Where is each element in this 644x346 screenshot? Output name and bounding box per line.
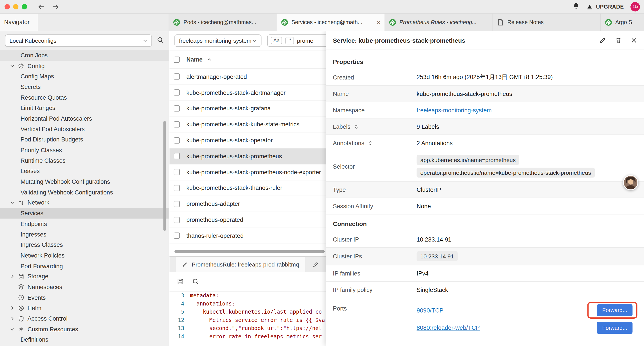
chevron-down-icon[interactable] bbox=[10, 327, 15, 332]
sidebar-item-horizontal-pod-autoscalers[interactable]: Horizontal Pod Autoscalers bbox=[0, 113, 169, 124]
kubeconfig-select[interactable]: Local Kubeconfigs bbox=[5, 34, 152, 47]
sidebar-item-cron-jobs[interactable]: Cron Jobs bbox=[0, 50, 169, 60]
sidebar-item-network[interactable]: Network bbox=[0, 198, 169, 208]
chevron-down-icon[interactable] bbox=[10, 200, 15, 205]
row-checkbox[interactable] bbox=[174, 201, 180, 207]
regex-toggle[interactable]: .* bbox=[286, 37, 294, 44]
sidebar-item-namespaces[interactable]: Namespaces bbox=[0, 282, 169, 292]
detail-row-annotations: Annotations 2 Annotations bbox=[326, 135, 644, 151]
expand-collapse-icon[interactable] bbox=[354, 124, 358, 129]
sidebar-item-secrets[interactable]: Secrets bbox=[0, 82, 169, 92]
row-checkbox[interactable] bbox=[174, 217, 180, 223]
select-all-checkbox[interactable] bbox=[174, 56, 180, 62]
sidebar-item-mutating-webhook-configurations[interactable]: Mutating Webhook Configurations bbox=[0, 177, 169, 187]
editor-tab-prometheusrule[interactable]: PrometheusRule: freeleaps-prod-rabbitmq bbox=[176, 257, 306, 272]
tab-pods[interactable]: Pods - icecheng@mathmas... bbox=[169, 13, 277, 31]
sidebar-item-leases[interactable]: Leases bbox=[0, 166, 169, 177]
edit-pencil-icon[interactable] bbox=[599, 37, 606, 44]
forward-button[interactable]: Forward... bbox=[597, 304, 632, 316]
sidebar-item-custom-resources[interactable]: Custom Resources bbox=[0, 324, 169, 335]
events-clock-icon bbox=[18, 295, 24, 301]
line-number: 5 bbox=[170, 308, 190, 316]
back-arrow-icon[interactable] bbox=[38, 3, 45, 10]
sidebar-item-pod-disruption-budgets[interactable]: Pod Disruption Budgets bbox=[0, 134, 169, 145]
row-checkbox[interactable] bbox=[174, 105, 180, 111]
sidebar-item-resource-quotas[interactable]: Resource Quotas bbox=[0, 92, 169, 103]
sort-ascending-icon[interactable] bbox=[207, 57, 212, 62]
tab-release-notes[interactable]: Release Notes bbox=[493, 13, 601, 31]
sidebar-item-vertical-pod-autoscalers[interactable]: Vertical Pod Autoscalers bbox=[0, 124, 169, 134]
sidebar-item-ingress-classes[interactable]: Ingress Classes bbox=[0, 240, 169, 250]
editor-tab-partial[interactable] bbox=[309, 257, 323, 272]
row-checkbox[interactable] bbox=[174, 90, 180, 96]
chevron-right-icon[interactable] bbox=[10, 316, 15, 321]
forward-button[interactable]: Forward... bbox=[597, 322, 632, 334]
name-column-header[interactable]: Name bbox=[186, 56, 202, 63]
connection-heading: Connection bbox=[326, 214, 644, 231]
detail-row-ip-families: IP families IPv4 bbox=[326, 265, 644, 282]
sidebar-item-definitions[interactable]: Definitions bbox=[0, 335, 169, 345]
navigator-title: Navigator bbox=[0, 13, 38, 31]
user-avatar[interactable] bbox=[623, 175, 638, 190]
sidebar-item-helm[interactable]: Helm bbox=[0, 303, 169, 313]
sidebar-item-endpoints[interactable]: Endpoints bbox=[0, 219, 169, 229]
save-icon[interactable] bbox=[177, 278, 184, 285]
horizontal-scrollbar[interactable] bbox=[174, 250, 325, 253]
search-icon[interactable] bbox=[192, 278, 199, 285]
port-link[interactable]: 8080:reloader-web/TCP bbox=[417, 324, 480, 331]
kubernetes-cluster-icon bbox=[173, 19, 180, 26]
asterisk-icon bbox=[18, 326, 24, 332]
sidebar-item-config[interactable]: Config bbox=[0, 61, 169, 71]
namespace-link[interactable]: freeleaps-monitoring-system bbox=[417, 107, 492, 113]
close-icon[interactable] bbox=[630, 37, 638, 44]
navigator-header: Navigator bbox=[0, 13, 169, 31]
sidebar-item-access-control[interactable]: Access Control bbox=[0, 313, 169, 324]
upgrade-icon bbox=[586, 3, 593, 10]
sidebar-item-events[interactable]: Events bbox=[0, 292, 169, 303]
helm-wheel-icon bbox=[18, 305, 24, 311]
port-link[interactable]: 9090/TCP bbox=[417, 307, 444, 314]
match-case-toggle[interactable]: Aa bbox=[271, 37, 282, 44]
drawer-header: Service: kube-prometheus-stack-prometheu… bbox=[326, 31, 644, 50]
chevron-right-icon[interactable] bbox=[10, 306, 15, 311]
sidebar-item-ingresses[interactable]: Ingresses bbox=[0, 229, 169, 240]
tab-services[interactable]: Services - icecheng@math... × bbox=[277, 13, 385, 31]
tab-argo[interactable]: Argo S bbox=[601, 13, 644, 31]
row-checkbox[interactable] bbox=[174, 185, 180, 191]
maximize-window-button[interactable] bbox=[22, 4, 27, 9]
properties-heading: Properties bbox=[326, 52, 644, 69]
row-checkbox[interactable] bbox=[174, 74, 180, 80]
delete-trash-icon[interactable] bbox=[615, 37, 622, 44]
row-checkbox[interactable] bbox=[174, 121, 180, 127]
chevron-right-icon[interactable] bbox=[10, 274, 15, 279]
forward-arrow-icon[interactable] bbox=[52, 3, 59, 10]
close-window-button[interactable] bbox=[4, 4, 10, 9]
minimize-window-button[interactable] bbox=[13, 4, 18, 9]
detail-row-ports: Ports 9090/TCP Forward... 8080:reloader-… bbox=[326, 298, 644, 340]
row-checkbox[interactable] bbox=[174, 233, 180, 239]
chevron-down-icon[interactable] bbox=[10, 63, 15, 68]
sidebar-item-network-policies[interactable]: Network Policies bbox=[0, 250, 169, 261]
sidebar-item-services[interactable]: Services bbox=[0, 208, 169, 219]
sidebar-item-config-maps[interactable]: Config Maps bbox=[0, 71, 169, 82]
sidebar-item-storage[interactable]: Storage bbox=[0, 271, 169, 282]
detail-row-cluster-ips: Cluster IPs 10.233.14.91 bbox=[326, 248, 644, 265]
tab-prometheus-rules[interactable]: Prometheus Rules - icecheng... bbox=[385, 13, 493, 31]
sidebar-search-button[interactable] bbox=[157, 36, 164, 45]
sidebar-item-port-forwarding[interactable]: Port Forwarding bbox=[0, 261, 169, 271]
tab-close-icon[interactable]: × bbox=[377, 19, 380, 25]
row-checkbox[interactable] bbox=[174, 169, 180, 175]
notification-count-badge[interactable]: 15 bbox=[630, 2, 640, 11]
row-checkbox[interactable] bbox=[174, 153, 180, 159]
notifications-button[interactable] bbox=[573, 2, 580, 10]
sidebar-scrollbar[interactable] bbox=[163, 121, 166, 231]
expand-collapse-icon[interactable] bbox=[368, 140, 372, 145]
namespace-select[interactable]: freeleaps-monitoring-system bbox=[174, 34, 262, 47]
row-checkbox[interactable] bbox=[174, 137, 180, 143]
sidebar-item-validating-webhook-configurations[interactable]: Validating Webhook Configurations bbox=[0, 187, 169, 198]
sidebar-item-limit-ranges[interactable]: Limit Ranges bbox=[0, 103, 169, 113]
sidebar-item-runtime-classes[interactable]: Runtime Classes bbox=[0, 155, 169, 166]
sidebar-item-priority-classes[interactable]: Priority Classes bbox=[0, 145, 169, 155]
detail-row-session-affinity: Session Affinity None bbox=[326, 198, 644, 214]
upgrade-button[interactable]: UPGRADE bbox=[586, 3, 624, 10]
